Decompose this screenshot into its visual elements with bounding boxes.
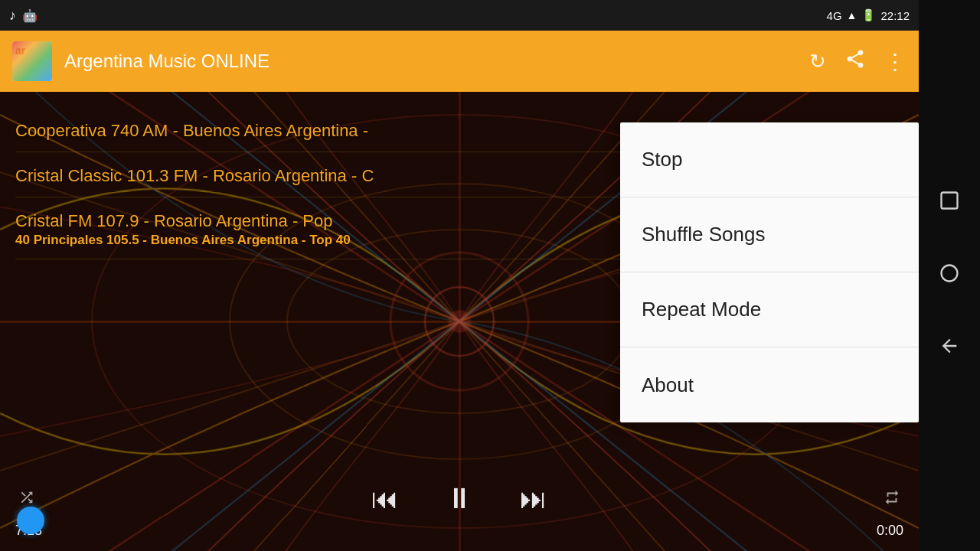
time-row: 7:13 0:00 [0,523,919,539]
signal-icon: ▲ [847,9,858,21]
menu-item-shuffle-songs[interactable]: Shuffle Songs [620,197,919,272]
menu-item-repeat-mode[interactable]: Repeat Mode [620,272,919,347]
svg-point-24 [942,265,958,281]
logo-image [12,41,52,81]
pause-button[interactable]: ⏸ [445,482,474,515]
menu-item-stop[interactable]: Stop [620,122,919,197]
music-note-icon: ♪ [9,8,16,24]
svg-rect-23 [942,192,958,208]
square-button[interactable] [939,190,960,217]
app-bar-actions: ↻ ⋮ [809,48,906,75]
status-bar-left: ♪ 🤖 [9,8,38,24]
app-container: ♪ 🤖 4G ▲ 🔋 22:12 Argentina Music ONLINE … [0,0,919,551]
share-icon[interactable] [844,48,866,75]
android-icon: 🤖 [22,8,38,23]
android-nav [919,0,980,551]
next-button[interactable]: ⏭ [520,483,547,515]
main-content: Cooperativa 740 AM - Buenos Aires Argent… [0,92,919,551]
progress-indicator [17,507,44,534]
dropdown-menu: Stop Shuffle Songs Repeat Mode About [620,122,919,422]
clock: 22:12 [880,9,910,22]
total-time: 0:00 [877,523,903,539]
back-button[interactable] [939,335,960,362]
more-options-icon[interactable]: ⋮ [884,49,906,74]
refresh-icon[interactable]: ↻ [809,50,826,73]
player-controls: ⏮ ⏸ ⏭ 7:13 0:00 [0,459,919,551]
status-bar: ♪ 🤖 4G ▲ 🔋 22:12 [0,0,919,31]
connectivity-label: 4G [827,9,842,22]
controls-row: ⏮ ⏸ ⏭ [371,482,547,515]
previous-button[interactable]: ⏮ [371,483,399,515]
home-button[interactable] [939,262,960,289]
app-bar: Argentina Music ONLINE ↻ ⋮ [0,31,919,92]
battery-icon: 🔋 [861,8,876,22]
app-title: Argentina Music ONLINE [64,51,797,72]
menu-item-about[interactable]: About [620,347,919,422]
app-logo [12,41,52,81]
status-bar-right: 4G ▲ 🔋 22:12 [827,8,910,22]
